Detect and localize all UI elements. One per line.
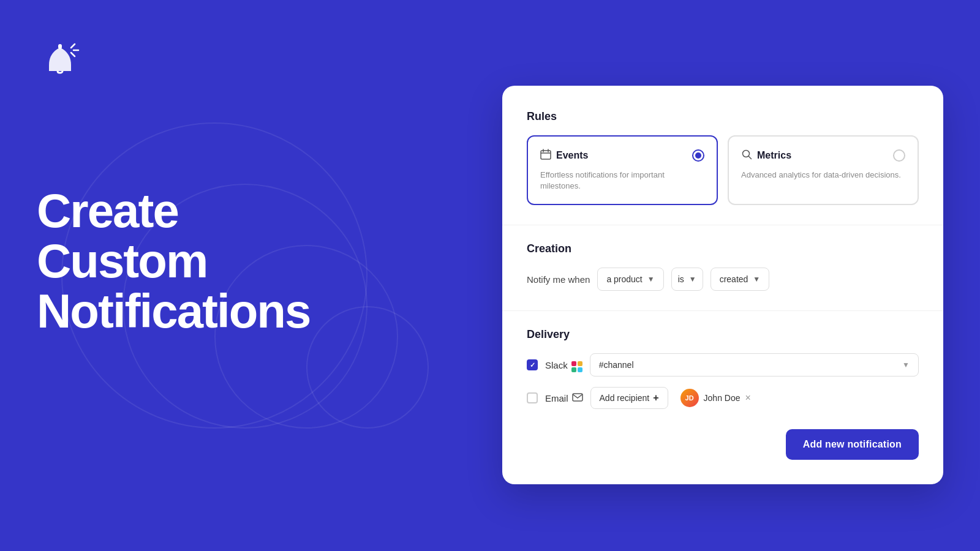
slack-icon [571,358,582,372]
state-dropdown[interactable]: created ▼ [710,268,770,291]
slack-label: Slack [545,358,582,372]
svg-rect-0 [58,44,62,49]
rules-section: Rules Events [527,110,919,205]
add-recipient-button[interactable]: Add recipient + [590,387,668,409]
checkbox-check-icon: ✓ [530,361,535,369]
svg-line-1 [71,44,75,48]
email-row: Email Add recipient + JD [527,386,919,410]
channel-chevron-icon: ▼ [902,361,910,369]
creation-section: Creation Notify me when a product ▼ is ▼… [527,242,919,291]
metrics-radio[interactable] [893,149,905,162]
search-icon [741,149,752,162]
delivery-section: Delivery ✓ Slack [527,328,919,410]
creation-divider [502,310,943,311]
delivery-title: Delivery [527,328,919,341]
recipient-name: John Doe [704,393,741,403]
bell-icon [37,37,380,186]
recipient-tag: JD John Doe × [676,386,756,410]
svg-rect-10 [573,394,582,401]
svg-rect-4 [541,151,551,159]
delivery-rows: ✓ Slack #channel ▼ [527,353,919,410]
events-radio[interactable] [692,149,704,162]
calendar-icon [540,149,551,162]
creation-row: Notify me when a product ▼ is ▼ created … [527,268,919,291]
condition-chevron-icon: ▼ [689,275,696,283]
events-desc: Effortless notifications for important m… [540,170,704,192]
slack-checkbox[interactable]: ✓ [527,359,538,370]
svg-point-8 [743,151,750,157]
rules-cards: Events Effortless notifications for impo… [527,135,919,205]
product-dropdown[interactable]: a product ▼ [597,268,663,291]
plus-icon: + [653,392,658,403]
email-checkbox[interactable] [527,392,538,403]
add-recipient-label: Add recipient [600,393,650,403]
left-panel: Create Custom Notifications [0,0,417,551]
channel-value: #channel [599,360,634,370]
avatar-initials: JD [685,394,694,402]
slack-row: ✓ Slack #channel ▼ [527,353,919,377]
state-chevron-icon: ▼ [753,275,760,283]
events-card[interactable]: Events Effortless notifications for impo… [527,135,718,205]
add-notification-button[interactable]: Add new notification [786,429,919,460]
notify-label: Notify me when [527,274,590,285]
rules-divider [502,225,943,225]
metrics-card[interactable]: Metrics Advanced analytics for data-driv… [728,135,919,205]
events-label: Events [556,150,588,161]
channel-dropdown[interactable]: #channel ▼ [590,353,919,377]
remove-recipient-button[interactable]: × [745,393,751,403]
cta-row: Add new notification [527,429,919,460]
rules-title: Rules [527,110,919,123]
condition-dropdown[interactable]: is ▼ [671,268,703,291]
svg-line-3 [71,53,75,56]
metrics-desc: Advanced analytics for data-driven decis… [741,170,905,181]
svg-line-9 [749,157,752,159]
product-chevron-icon: ▼ [647,275,655,283]
email-icon [572,393,583,403]
card-panel: Rules Events [502,86,943,484]
hero-title: Create Custom Notifications [37,186,380,337]
email-label: Email [545,393,583,403]
metrics-label: Metrics [757,150,791,161]
avatar: JD [680,389,699,407]
creation-title: Creation [527,242,919,255]
